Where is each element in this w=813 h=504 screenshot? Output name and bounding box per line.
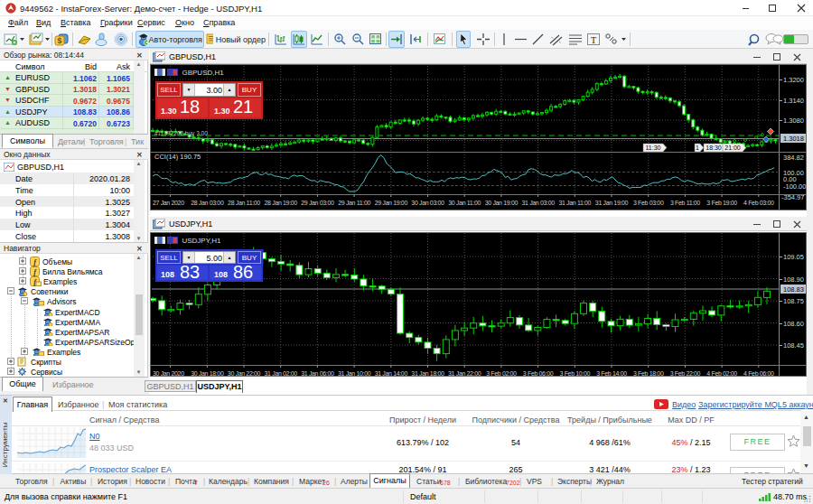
svg-text:1: 1 [696,145,699,151]
svg-text:30 Jan 19:00: 30 Jan 19:00 [485,200,519,206]
svg-text:31 Jan 11:00: 31 Jan 11:00 [558,200,591,206]
svg-text:4 Feb 03:00: 4 Feb 03:00 [743,200,774,206]
svg-text:3 Feb 06:00: 3 Feb 06:00 [523,370,554,377]
svg-text:21:00: 21:00 [724,145,741,151]
svg-text:18:30: 18:30 [706,145,722,151]
svg-text:31 Jan 03:00: 31 Jan 03:00 [521,200,555,206]
svg-text:11:30: 11:30 [646,145,661,151]
svg-text:31 Jan 10:00: 31 Jan 10:00 [338,370,371,377]
svg-text:30 Jan 03:00: 30 Jan 03:00 [411,200,444,206]
svg-text:29 Jan 11:00: 29 Jan 11:00 [338,200,370,206]
svg-text:31 Jan 14:00: 31 Jan 14:00 [375,370,408,377]
svg-text:30 Jan 18:00: 30 Jan 18:00 [191,370,224,377]
svg-text:31 Jan 22:00: 31 Jan 22:00 [448,370,481,377]
svg-text:29 Jan 19:00: 29 Jan 19:00 [375,200,408,206]
svg-text:$: $ [57,36,61,45]
svg-text:31 Jan 02:00: 31 Jan 02:00 [265,370,298,377]
svg-text:28 Jan 19:00: 28 Jan 19:00 [265,200,298,206]
svg-text:30 Jan 11:00: 30 Jan 11:00 [448,200,481,206]
svg-text:27 Jan 2020: 27 Jan 2020 [153,200,184,206]
svg-text:31 Jan 06:00: 31 Jan 06:00 [301,370,334,377]
svg-text:4 Feb 06:00: 4 Feb 06:00 [743,370,774,377]
svg-text:3 Feb 10:00: 3 Feb 10:00 [560,370,591,377]
svg-text:3 Feb 11:00: 3 Feb 11:00 [670,200,700,206]
svg-text:T: T [590,35,595,45]
svg-text:3 Feb 02:00: 3 Feb 02:00 [486,370,517,377]
svg-text:31 Jan 18:00: 31 Jan 18:00 [411,370,444,377]
svg-text:3 Feb 03:00: 3 Feb 03:00 [633,200,664,206]
svg-text:4 Feb 02:00: 4 Feb 02:00 [706,370,737,377]
svg-text:28 Jan 03:00: 28 Jan 03:00 [191,200,224,206]
svg-text:3 Feb 22:00: 3 Feb 22:00 [670,370,701,377]
svg-text:28 Jan 11:00: 28 Jan 11:00 [228,200,260,206]
svg-text:3 Feb 14:00: 3 Feb 14:00 [596,370,627,377]
svg-text:30 Jan 22:00: 30 Jan 22:00 [228,370,261,377]
svg-text:29 Jan 03:00: 29 Jan 03:00 [301,200,334,206]
svg-text:3 Feb 19:00: 3 Feb 19:00 [706,200,737,206]
svg-text:3 Feb 18:00: 3 Feb 18:00 [633,370,664,377]
svg-text:31 Jan 19:00: 31 Jan 19:00 [595,200,629,206]
svg-text:30 Jan 2020: 30 Jan 2020 [153,370,184,377]
